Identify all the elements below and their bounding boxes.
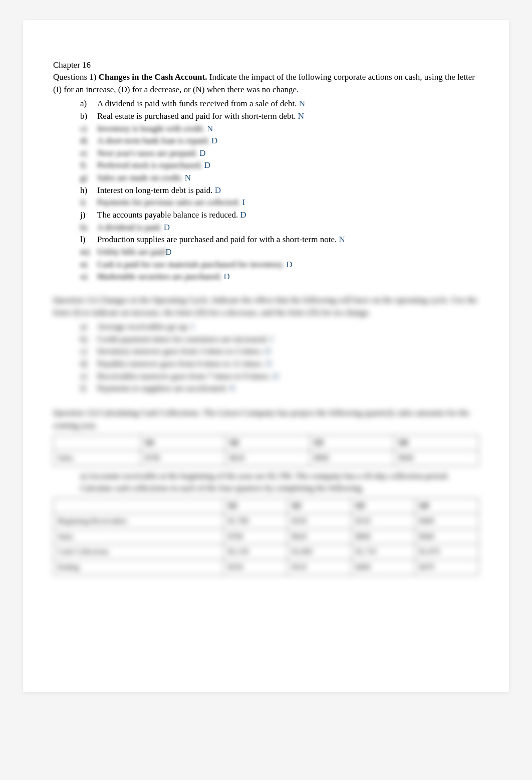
item-marker: a) xyxy=(80,98,91,110)
chapter-heading: Chapter 16 xyxy=(53,60,479,70)
item-text: Receivables turnover goes from 7 times t… xyxy=(97,370,479,383)
item-body: Utility bills are paid xyxy=(97,247,165,257)
table-cell: Beginning Receivables xyxy=(54,513,224,529)
item-marker: g) xyxy=(80,172,91,184)
table-cell: $400 xyxy=(415,513,478,529)
table-cell: $700 xyxy=(224,529,288,544)
item-answer: D xyxy=(215,185,221,195)
item-text: A short-term bank loan is repaid. D xyxy=(97,135,479,147)
item-body: Marketable securities are purchased. xyxy=(97,272,224,281)
item-marker: f) xyxy=(80,382,91,395)
item-answer: N xyxy=(339,235,345,244)
list-item: l)Production supplies are purchased and … xyxy=(80,234,479,246)
list-item: c)Inventory is bought with credit. N xyxy=(80,123,479,135)
table-cell: $700 xyxy=(141,451,225,466)
item-text: Inventory turnover goes from 3 times to … xyxy=(97,345,479,358)
item-body: Next year's taxes are prepaid. xyxy=(97,148,199,158)
table-row: Beginning Receivables$1,780$350$310$400 xyxy=(54,513,479,529)
table-cell: $350 xyxy=(224,560,288,575)
item-text: Payments for previous sales are collecte… xyxy=(97,197,479,209)
table-header: Q3 xyxy=(351,498,415,514)
item-answer: D xyxy=(211,136,217,145)
table-cell: Sales xyxy=(54,451,141,466)
item-text: Credit payment times for customers are i… xyxy=(97,333,479,346)
item-text: Utility bills are paidD xyxy=(97,246,479,259)
item-text: The accounts payable balance is reduced.… xyxy=(97,209,479,222)
q1-lead: Questions 1) xyxy=(53,72,99,82)
item-answer: N xyxy=(299,99,305,108)
item-marker: d) xyxy=(80,358,91,370)
table-cell: $350 xyxy=(288,513,351,529)
table-cell: $620 xyxy=(288,529,351,544)
item-marker: j) xyxy=(80,209,91,222)
table-header: Q2 xyxy=(225,435,310,451)
q11-list: a)Average receivables go up. Ib)Credit p… xyxy=(80,321,479,395)
list-item: f)Preferred stock is repurchased. D xyxy=(80,159,479,172)
table-cell: $310 xyxy=(351,513,415,529)
table-cell: Sales xyxy=(54,529,224,544)
list-item: e)Receivables turnover goes from 7 times… xyxy=(80,370,479,383)
item-text: Payments to suppliers are accelerated. N xyxy=(97,382,479,395)
item-answer: D xyxy=(204,160,210,170)
table-cell: Cash Collections xyxy=(54,544,224,560)
list-item: n)Cash is paid for raw materials purchas… xyxy=(80,259,479,271)
q11-lead: Question 11) Changes in the Operating Cy… xyxy=(53,295,477,317)
item-body: Sales are made on credit. xyxy=(97,173,185,182)
item-answer: D xyxy=(287,260,293,269)
item-text: A dividend is paid. D xyxy=(97,222,479,234)
list-item: d)A short-term bank loan is repaid. D xyxy=(80,135,479,147)
item-text: Interest on long-term debt is paid. D xyxy=(97,184,479,197)
table-row: Cash Collections$2,130$1,660$1,710$1,870 xyxy=(54,544,479,560)
list-item: i)Payments for previous sales are collec… xyxy=(80,197,479,209)
item-answer: D xyxy=(240,210,246,220)
item-answer: D xyxy=(164,223,170,232)
table-header: Q3 xyxy=(310,435,394,451)
list-item: g)Sales are made on credit. N xyxy=(80,172,479,184)
list-item: b)Real estate is purchased and paid for … xyxy=(80,110,479,123)
item-answer: D xyxy=(199,148,205,158)
table-header: Q1 xyxy=(224,498,288,514)
list-item: a)Average receivables go up. I xyxy=(80,321,479,333)
q12-sub-a: a) Accounts receivable at the beginning … xyxy=(80,470,479,495)
table-header: Q4 xyxy=(394,435,479,451)
item-text: A dividend is paid with funds received f… xyxy=(97,98,479,110)
item-body: A dividend is paid. xyxy=(97,223,164,232)
table-header xyxy=(54,498,224,514)
q1-list: a)A dividend is paid with funds received… xyxy=(80,98,479,283)
item-answer: N xyxy=(229,383,235,393)
item-text: Cash is paid for raw materials purchased… xyxy=(97,259,479,271)
item-answer: N xyxy=(265,359,272,368)
item-text: Average receivables go up. I xyxy=(97,321,479,333)
table-cell: $400 xyxy=(351,560,415,575)
table-cell: $1,710 xyxy=(351,544,415,560)
table-cell: $1,780 xyxy=(224,513,288,529)
item-text: Preferred stock is repurchased. D xyxy=(97,159,479,172)
item-marker: e) xyxy=(80,147,91,160)
item-marker: h) xyxy=(80,184,91,197)
item-body: Preferred stock is repurchased. xyxy=(97,160,204,170)
list-item: b)Credit payment times for customers are… xyxy=(80,333,479,346)
item-body: Production supplies are purchased and pa… xyxy=(97,235,339,244)
question-11-intro: Question 11) Changes in the Operating Cy… xyxy=(53,294,479,319)
q12-lead: Question 12) Calculating Cash Collection… xyxy=(53,407,479,432)
item-body: Payments for previous sales are collecte… xyxy=(97,198,242,207)
list-item: c)Inventory turnover goes from 3 times t… xyxy=(80,345,479,358)
table-cell: $940 xyxy=(394,451,479,466)
item-answer: D xyxy=(273,371,279,381)
item-body: Interest on long-term debt is paid. xyxy=(97,185,215,195)
item-marker: c) xyxy=(80,345,91,358)
item-answer: D xyxy=(224,272,230,281)
item-marker: n) xyxy=(80,259,91,271)
list-item: j)The accounts payable balance is reduce… xyxy=(80,209,479,222)
item-marker: c) xyxy=(80,123,91,135)
item-text: Real estate is purchased and paid for wi… xyxy=(97,110,479,123)
table-row: Ending$350$310$400$470 xyxy=(54,560,479,575)
item-body: Cash is paid for raw materials purchased… xyxy=(97,260,287,269)
item-answer: I xyxy=(191,322,194,331)
item-text: Next year's taxes are prepaid. D xyxy=(97,147,479,160)
table-cell: $940 xyxy=(415,529,478,544)
q12-table2-wrap: Q1Q2Q3Q4Beginning Receivables$1,780$350$… xyxy=(53,498,479,575)
item-marker: d) xyxy=(80,135,91,147)
table-cell: $1,660 xyxy=(288,544,351,560)
table-row: Sales$700$620$800$940 xyxy=(54,451,479,466)
